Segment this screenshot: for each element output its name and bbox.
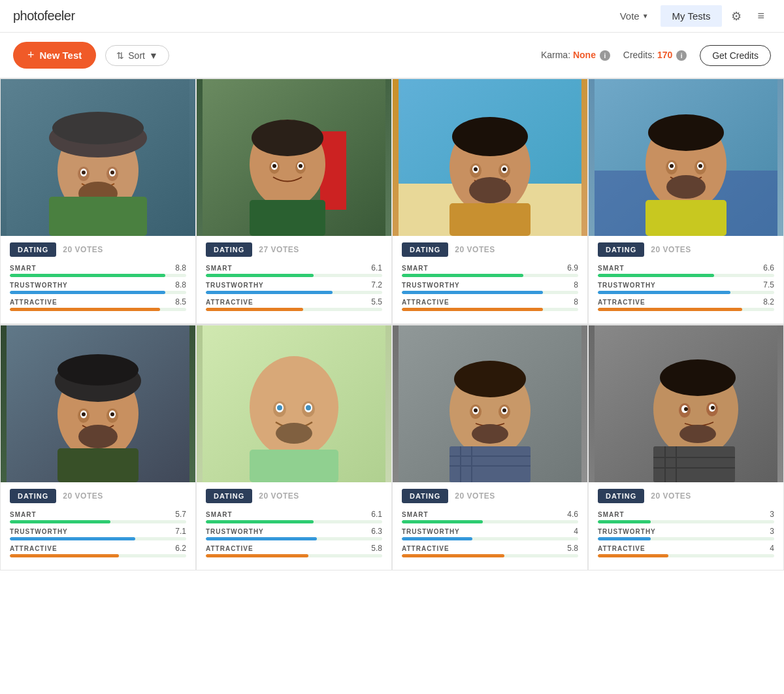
- trustworthy-value: 6.3: [371, 527, 382, 536]
- card-header: DATING 20 VOTES: [598, 489, 774, 503]
- attractive-label: ATTRACTIVE: [206, 545, 253, 552]
- svg-point-26: [452, 117, 528, 156]
- menu-button[interactable]: ≡: [751, 5, 771, 27]
- category-badge: DATING: [402, 242, 448, 257]
- trustworthy-value: 8.8: [175, 280, 186, 289]
- votes-count: 20 VOTES: [63, 491, 103, 501]
- get-credits-button[interactable]: Get Credits: [700, 45, 771, 66]
- new-test-button[interactable]: + New Test: [13, 42, 96, 69]
- header-nav: Vote ▼ My Tests ⚙ ≡: [611, 5, 771, 27]
- smart-stat: SMART 8.8: [10, 263, 186, 277]
- attractive-bar: [206, 308, 303, 311]
- smart-bar: [10, 520, 110, 523]
- smart-label: SMART: [10, 265, 37, 272]
- attractive-stat: ATTRACTIVE 8: [402, 297, 578, 311]
- card[interactable]: DATING 20 VOTES SMART 4.6 TRUSTWORTHY 4: [392, 325, 588, 570]
- svg-point-44: [698, 164, 702, 168]
- attractive-label: ATTRACTIVE: [10, 545, 57, 552]
- card-stats: DATING 20 VOTES SMART 6.6 TRUSTWORTHY 7.…: [589, 236, 783, 323]
- attractive-stat: ATTRACTIVE 6.2: [10, 544, 186, 557]
- card-header: DATING 27 VOTES: [206, 242, 382, 257]
- card[interactable]: DATING 20 VOTES SMART 8.8 TRUSTWORTHY 8.…: [0, 78, 196, 324]
- smart-value: 6.1: [371, 263, 382, 273]
- svg-point-65: [277, 405, 282, 410]
- attractive-value: 6.2: [175, 544, 186, 553]
- votes-count: 20 VOTES: [455, 491, 495, 501]
- card-stats: DATING 20 VOTES SMART 5.7 TRUSTWORTHY 7.…: [1, 482, 195, 570]
- card-image: [197, 325, 391, 482]
- attractive-stat: ATTRACTIVE 4: [598, 544, 774, 557]
- my-tests-button[interactable]: My Tests: [661, 5, 723, 27]
- trustworthy-stat: TRUSTWORTHY 6.3: [206, 527, 382, 540]
- svg-point-71: [454, 361, 526, 397]
- smart-bar-bg: [10, 274, 186, 277]
- trustworthy-label: TRUSTWORTHY: [206, 282, 264, 289]
- trustworthy-stat: TRUSTWORTHY 7.1: [10, 527, 186, 540]
- attractive-label: ATTRACTIVE: [10, 299, 57, 306]
- category-badge: DATING: [10, 489, 56, 503]
- svg-point-77: [502, 408, 506, 412]
- smart-bar-bg: [402, 520, 578, 523]
- trustworthy-stat: TRUSTWORTHY 4: [402, 527, 578, 540]
- trustworthy-bar: [598, 291, 730, 294]
- trustworthy-label: TRUSTWORTHY: [10, 528, 68, 535]
- smart-label: SMART: [598, 265, 625, 272]
- svg-point-78: [472, 424, 508, 444]
- card-image: [1, 79, 195, 236]
- card[interactable]: DATING 27 VOTES SMART 6.1 TRUSTWORTHY 7.…: [196, 78, 392, 324]
- smart-stat: SMART 6.6: [598, 263, 774, 277]
- karma-section: Karma: None i: [541, 50, 610, 61]
- smart-bar-bg: [402, 274, 578, 277]
- header: photofeeler Vote ▼ My Tests ⚙ ≡: [0, 0, 784, 33]
- trustworthy-label: TRUSTWORTHY: [402, 528, 460, 535]
- card[interactable]: DATING 20 VOTES SMART 6.9 TRUSTWORTHY 8: [392, 78, 588, 324]
- trustworthy-label: TRUSTWORTHY: [206, 528, 264, 535]
- trustworthy-bar: [402, 537, 472, 540]
- vote-caret-icon: ▼: [642, 12, 649, 20]
- attractive-value: 8: [574, 297, 578, 306]
- trustworthy-value: 4: [574, 527, 578, 536]
- attractive-bar-bg: [206, 554, 382, 557]
- smart-bar-bg: [206, 520, 382, 523]
- svg-point-66: [306, 405, 311, 410]
- votes-count: 27 VOTES: [259, 245, 299, 254]
- smart-stat: SMART 3: [598, 510, 774, 523]
- smart-label: SMART: [10, 511, 37, 518]
- attractive-value: 5.8: [371, 544, 382, 553]
- svg-point-3: [52, 112, 144, 144]
- smart-label: SMART: [402, 265, 429, 272]
- card-image: [589, 325, 783, 482]
- attractive-value: 5.5: [371, 297, 382, 306]
- svg-point-92: [711, 406, 715, 410]
- sort-button[interactable]: ⇅ Sort ▼: [105, 45, 169, 66]
- smart-value: 8.8: [175, 263, 186, 273]
- trustworthy-label: TRUSTWORTHY: [402, 282, 460, 289]
- trustworthy-bar: [402, 291, 543, 294]
- card[interactable]: DATING 20 VOTES SMART 6.1 TRUSTWORTHY 6.…: [196, 325, 392, 570]
- vote-button[interactable]: Vote ▼: [611, 7, 658, 25]
- trustworthy-value: 7.2: [371, 280, 382, 289]
- karma-info-icon[interactable]: i: [600, 50, 610, 61]
- card-image: [589, 79, 783, 236]
- attractive-stat: ATTRACTIVE 5.8: [402, 544, 578, 557]
- credits-info-icon[interactable]: i: [676, 50, 687, 61]
- trustworthy-stat: TRUSTWORTHY 7.2: [206, 280, 382, 294]
- sort-caret-icon: ▼: [149, 50, 158, 61]
- toolbar: + New Test ⇅ Sort ▼ Karma: None i Credit…: [0, 33, 784, 78]
- trustworthy-bar-bg: [206, 291, 382, 294]
- svg-rect-22: [250, 200, 325, 236]
- svg-point-43: [670, 164, 674, 168]
- trustworthy-bar-bg: [402, 291, 578, 294]
- attractive-bar-bg: [598, 554, 774, 557]
- card-stats: DATING 20 VOTES SMART 6.9 TRUSTWORTHY 8: [393, 236, 587, 323]
- card[interactable]: DATING 20 VOTES SMART 6.6 TRUSTWORTHY 7.…: [588, 78, 784, 324]
- credits-section: Credits: 170 i: [623, 50, 687, 61]
- card[interactable]: DATING 20 VOTES SMART 5.7 TRUSTWORTHY 7.…: [0, 325, 196, 570]
- gear-button[interactable]: ⚙: [725, 5, 748, 27]
- card-image: [197, 79, 391, 236]
- card-image: [1, 325, 195, 482]
- svg-rect-11: [49, 197, 147, 236]
- smart-bar: [598, 274, 714, 277]
- card[interactable]: DATING 20 VOTES SMART 3 TRUSTWORTHY 3: [588, 325, 784, 570]
- category-badge: DATING: [10, 242, 56, 257]
